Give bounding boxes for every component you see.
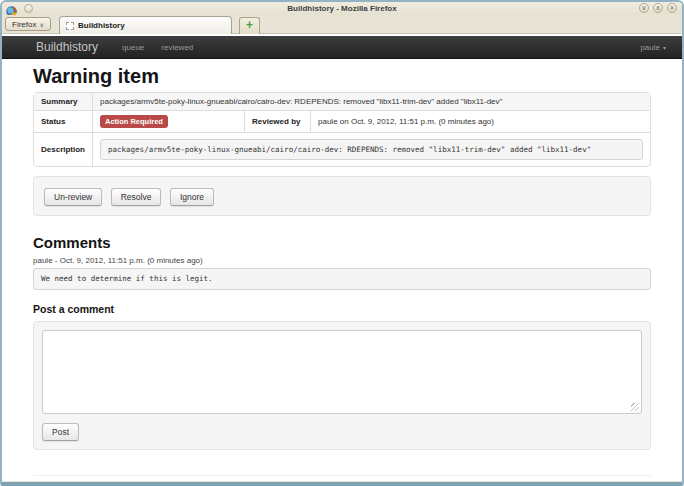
nav-link-reviewed[interactable]: reviewed [161,43,193,52]
description-value: packages/armv5te-poky-linux-gnueabi/cair… [100,139,643,160]
footer-divider [33,475,651,476]
unreview-button[interactable]: Un-review [44,188,102,206]
user-menu[interactable]: paule ▾ [640,43,666,52]
maximize-button[interactable]: ∧ [653,3,663,13]
caret-down-icon: ▾ [663,44,666,51]
summary-value: packages/armv5te-poky-linux-gnueabi/cair… [92,93,650,110]
browser-viewport: Buildhistory queue reviewed paule ▾ Warn… [2,34,682,481]
nav-link-queue[interactable]: queue [122,43,144,52]
summary-label: Summary [34,93,92,110]
comment-input[interactable] [42,330,642,414]
reviewed-by-value: paule on Oct. 9, 2012, 11:51 p.m. (0 min… [310,110,650,132]
post-comment-heading: Post a comment [33,303,651,315]
page-content: Warning item Summary packages/armv5te-po… [2,66,682,476]
post-comment-well: Post [33,321,651,450]
tab-strip: Firefox ∨ Buildhistory + [2,15,682,34]
new-tab-button[interactable]: + [239,17,260,34]
reviewed-by-label: Reviewed by [244,110,310,132]
tab-buildhistory[interactable]: Buildhistory [59,16,232,34]
post-button-row: Post [42,421,642,441]
status-badge-cell: Action Required [92,110,244,132]
site-navbar: Buildhistory queue reviewed paule ▾ [2,36,682,59]
close-button[interactable]: × [667,3,677,13]
window-title: Buildhistory - Mozilla Firefox [2,3,682,14]
comment-text: We need to determine if this is legit. [33,268,651,289]
firefox-menu-button[interactable]: Firefox ∨ [5,17,51,31]
resolve-button[interactable]: Resolve [111,188,162,206]
window-titlebar: Buildhistory - Mozilla Firefox ∨ ∧ × [2,2,682,15]
comment-box [42,330,642,414]
minimize-icon: ∨ [641,4,646,11]
window-controls: ∨ ∧ × [639,3,677,13]
comment-item: paule - Oct. 9, 2012, 11:51 p.m. (0 minu… [33,256,651,289]
warning-details-table: Summary packages/armv5te-poky-linux-gnue… [33,92,651,167]
status-badge: Action Required [100,115,168,128]
comment-byline: paule - Oct. 9, 2012, 11:51 p.m. (0 minu… [33,256,651,265]
table-row-description: Description packages/armv5te-poky-linux-… [34,132,650,166]
comments-heading: Comments [33,234,651,251]
ignore-button[interactable]: Ignore [170,188,214,206]
page-title: Warning item [33,66,651,87]
navbar-brand[interactable]: Buildhistory [36,40,98,54]
description-cell: packages/armv5te-poky-linux-gnueabi/cair… [92,132,650,166]
firefox-menu-label: Firefox [12,20,36,29]
favicon-placeholder-icon [66,22,74,30]
description-label: Description [34,132,92,166]
status-label: Status [34,110,92,132]
maximize-icon: ∧ [655,4,660,11]
firefox-window: Buildhistory - Mozilla Firefox ∨ ∧ × Fir… [0,0,684,486]
post-button[interactable]: Post [42,423,79,441]
close-icon: × [670,4,674,11]
tab-title: Buildhistory [78,21,125,30]
plus-icon: + [246,18,253,32]
resize-grip-icon[interactable] [631,403,639,411]
table-row-summary: Summary packages/armv5te-poky-linux-gnue… [34,93,650,110]
actions-well: Un-review Resolve Ignore [33,176,651,216]
table-row-status: Status Action Required Reviewed by paule… [34,110,650,132]
user-name: paule [640,43,660,52]
minimize-button[interactable]: ∨ [639,3,649,13]
chevron-down-icon: ∨ [39,21,43,28]
